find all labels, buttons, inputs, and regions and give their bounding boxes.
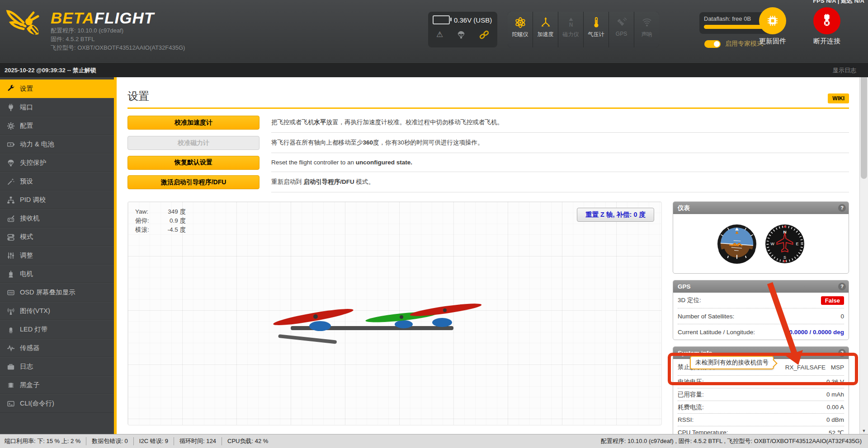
- lat-long-value[interactable]: 0.0000 / 0.0000 deg: [789, 329, 844, 336]
- calibration-row: 恢复默认设置 Reset the flight controller to an…: [127, 153, 849, 172]
- calibration-section: 校准加速度计 把飞控或者飞机水平放置，再执行加速度计校准。校准过程中切勿移动飞控…: [127, 112, 849, 192]
- right-panel-column: 仪表?: [673, 201, 849, 425]
- sidebar-item-motors[interactable]: 电机: [0, 265, 114, 283]
- accelerometer-icon: [540, 16, 552, 29]
- warning-icon: ⚠: [436, 30, 443, 39]
- attitude-indicator: [717, 224, 757, 264]
- disconnect-button[interactable]: 断开连接: [799, 7, 854, 46]
- packet-errors: 数据包错误: 0: [86, 437, 133, 445]
- sidebar-item-failsafe[interactable]: 失控保护: [0, 154, 114, 172]
- instruments-body: N E S W: [673, 214, 849, 273]
- reset-settings-description: Reset the flight controller to an unconf…: [271, 153, 849, 172]
- heading-indicator: N E S W: [765, 224, 805, 264]
- expert-mode-toggle[interactable]: [704, 40, 721, 48]
- sidebar-item-sensors[interactable]: 传感器: [0, 339, 114, 357]
- scrollbar-thumb[interactable]: [861, 71, 867, 179]
- terminal-icon: [7, 400, 15, 407]
- antenna-icon: [7, 308, 15, 315]
- app-header: BETAFLIGHT 配置程序: 10.10.0 (c97deaf) 固件: 4…: [0, 0, 868, 64]
- activate-bootloader-description: 重新启动到 启动引导程序/DFU 模式。: [271, 172, 849, 192]
- sidebar: 设置 端口 配置 动力 & 电池 失控保护 预设 PID 调校 接收机: [0, 77, 114, 434]
- gps-satellites-row: Number of Satellites: 0: [678, 308, 844, 324]
- sidebar-item-cli[interactable]: CLI(命令行): [0, 394, 114, 413]
- port-utilization: 端口利用率: 下: 15 % 上: 2 %: [5, 437, 86, 445]
- sidebar-item-led-strip[interactable]: LED 灯带: [0, 320, 114, 339]
- cycle-time: 循环时间: 124: [174, 437, 222, 445]
- betaflight-logo: [5, 4, 48, 42]
- instruments-panel: 仪表?: [673, 201, 849, 274]
- model-viewport[interactable]: Yaw:349 度 俯仰:0.9 度 横滚:-4.5 度 重置 Z 轴, 补偿:…: [127, 201, 662, 425]
- help-icon[interactable]: ?: [838, 204, 846, 212]
- sidebar-item-ports[interactable]: 端口: [0, 98, 114, 117]
- sidebar-item-modes[interactable]: 模式: [0, 228, 114, 246]
- barometer-icon: [590, 16, 602, 29]
- attitude-readout: Yaw:349 度 俯仰:0.9 度 横滚:-4.5 度: [135, 207, 186, 234]
- help-icon[interactable]: ?: [838, 283, 846, 290]
- wiki-button[interactable]: WIKI: [828, 93, 849, 103]
- board-identifier: 飞控型号: OXBT/OXBOTF43512AAIO(AT32F435G): [51, 44, 185, 52]
- reset-z-axis-button[interactable]: 重置 Z 轴, 补偿: 0 度: [577, 208, 654, 222]
- battery-icon: [7, 141, 15, 148]
- svg-text:W: W: [770, 242, 774, 246]
- calibration-row: 校准磁力计 将飞行器在所有轴向上都移动至少360度，你有30秒的时间可供进行这项…: [127, 133, 849, 153]
- gyro-icon: [514, 16, 526, 29]
- sitemap-icon: [7, 196, 15, 204]
- help-icon[interactable]: ?: [838, 349, 846, 357]
- betaflight-configurator: FPS N/A | 延迟 N/A BETAFLIGHT 配置程序: 10.10.…: [0, 0, 868, 448]
- model-section: Yaw:349 度 俯仰:0.9 度 横滚:-4.5 度 重置 Z 轴, 补偿:…: [127, 201, 849, 425]
- plug-icon: [7, 104, 15, 111]
- gps-icon: [616, 16, 627, 29]
- scroll-down-arrow[interactable]: ▼: [860, 427, 868, 434]
- log-message: 2025-10-22 @09:39:32 -- 禁止解锁: [0, 66, 96, 75]
- sensor-barometer: 气压计: [584, 12, 609, 47]
- sidebar-item-vtx[interactable]: 图传(VTX): [0, 302, 114, 320]
- show-log-link[interactable]: 显示日志: [833, 66, 868, 75]
- failsafe-state-icon: [457, 31, 465, 39]
- sensor-magnetometer: N 磁力仪: [558, 12, 583, 47]
- sidebar-item-logging[interactable]: 日志: [0, 357, 114, 376]
- system-info-title: System info: [678, 350, 712, 356]
- sidebar-item-pid-tuning[interactable]: PID 调校: [0, 191, 114, 209]
- sliders-icon: [7, 252, 15, 259]
- reset-settings-button[interactable]: 恢复默认设置: [127, 156, 259, 170]
- battery-voltage-row: 电池电压: 0.36 V: [678, 376, 844, 388]
- chip-icon: [759, 7, 786, 34]
- sidebar-item-blackbox[interactable]: 黑盒子: [0, 376, 114, 394]
- sidebar-item-setup[interactable]: 设置: [0, 79, 114, 98]
- sensor-gyro: 陀螺仪: [508, 12, 533, 47]
- arming-disable-flags-row: 禁止解锁标识: RX_FAILSAFE MSP: [678, 359, 844, 376]
- main-scrollbar[interactable]: ▲ ▼: [859, 63, 868, 434]
- sidebar-item-configuration[interactable]: 配置: [0, 117, 114, 135]
- svg-text:E: E: [796, 242, 798, 246]
- chip-icon: [7, 382, 15, 389]
- update-firmware-button[interactable]: 更新固件: [745, 7, 800, 46]
- svg-text:OSD: OSD: [9, 292, 14, 294]
- sensor-accelerometer: 加速度: [533, 12, 558, 47]
- brand-name: BETAFLIGHT: [51, 10, 185, 26]
- calibrate-magnetometer-button: 校准磁力计: [127, 136, 259, 150]
- pulse-icon: [7, 345, 15, 352]
- wrench-icon: [7, 85, 15, 92]
- quadcopter-model: [266, 291, 492, 359]
- sidebar-item-osd[interactable]: OSD OSD 屏幕叠加显示: [0, 283, 114, 302]
- bee-icon: [5, 4, 48, 42]
- pitch-value: 0.9 度: [161, 216, 186, 225]
- cpu-temperature-row: CPU Temperature: 52 ℃: [678, 426, 844, 434]
- system-info-panel: System info? 禁止解锁标识: RX_FAILSAFE MSP 电池电…: [673, 346, 849, 434]
- arming-disable-flags-value: RX_FAILSAFE MSP: [785, 364, 844, 371]
- calibration-row: 激活启动引导程序/DFU 重新启动到 启动引导程序/DFU 模式。: [127, 172, 849, 192]
- activate-bootloader-dfu-button[interactable]: 激活启动引导程序/DFU: [127, 175, 259, 189]
- sensor-gps: GPS: [609, 12, 634, 47]
- sidebar-item-presets[interactable]: 预设: [0, 172, 114, 191]
- configurator-version: 配置程序: 10.10.0 (c97deaf): [51, 27, 185, 35]
- calibrate-accelerometer-button[interactable]: 校准加速度计: [127, 116, 259, 130]
- battery-voltage: 0.36V (USB): [454, 16, 492, 24]
- sidebar-item-power-battery[interactable]: 动力 & 电池: [0, 135, 114, 154]
- sonar-icon: [641, 16, 653, 29]
- sidebar-item-adjustments[interactable]: 调整: [0, 246, 114, 265]
- sensor-status-bar: 陀螺仪 加速度 N 磁力仪 气压计 GPS 声呐: [508, 12, 659, 47]
- status-bar: 端口利用率: 下: 15 % 上: 2 % 数据包错误: 0 I2C 错误: 9…: [0, 434, 868, 448]
- sidebar-item-receiver[interactable]: 接收机: [0, 209, 114, 228]
- motor-icon: [7, 271, 15, 278]
- gear-icon: [7, 122, 15, 130]
